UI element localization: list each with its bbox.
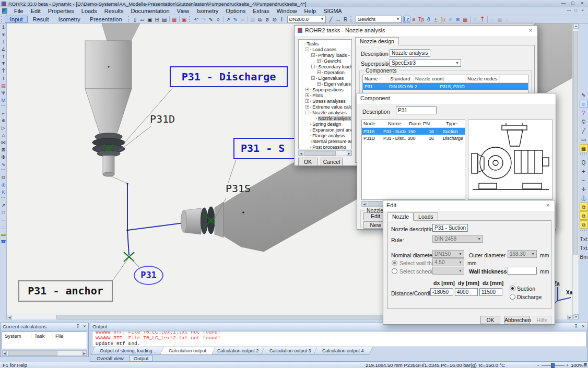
- tree-item[interactable]: + ▪ Gewicht: [299, 58, 351, 64]
- select-wall-thickness-radio[interactable]: [392, 260, 397, 266]
- edit-dialog-titlebar[interactable]: Edit ×: [383, 200, 555, 211]
- maximize-button[interactable]: □: [568, 0, 578, 7]
- tree-expander-icon[interactable]: -: [305, 111, 309, 114]
- riser-icon[interactable]: ↗: [0, 201, 7, 209]
- zoom-slider-thumb[interactable]: [551, 363, 555, 368]
- tool-a-icon[interactable]: ⌓: [489, 16, 496, 23]
- copy-view-3-icon[interactable]: ⧉: [580, 220, 588, 229]
- scroll-left-icon[interactable]: ◀: [7, 315, 12, 319]
- copy-view-icon[interactable]: ⧉: [580, 203, 588, 211]
- zoom-out-icon[interactable]: -: [537, 362, 539, 368]
- measure-icon[interactable]: ?: [580, 109, 588, 117]
- suction-radio[interactable]: [510, 286, 515, 291]
- node-p31d-label[interactable]: P31D: [150, 113, 175, 125]
- scroll-right-icon[interactable]: ▶: [347, 151, 351, 156]
- tree-item[interactable]: ▪ Spring design: [299, 121, 351, 127]
- scrollbar-thumb[interactable]: [573, 31, 578, 255]
- tree-expander-icon[interactable]: +: [305, 99, 309, 103]
- wall-thickness-input[interactable]: [508, 267, 537, 275]
- box-element-icon[interactable]: □: [0, 209, 7, 216]
- component-p31-label[interactable]: P31: [134, 266, 163, 285]
- menu-item[interactable]: Properties: [44, 7, 78, 15]
- spring-hanger-icon[interactable]: ▤: [0, 82, 7, 89]
- annotate-icon[interactable]: ✎: [580, 91, 588, 99]
- draw-line-icon[interactable]: ╱: [580, 126, 588, 135]
- superposition-combo[interactable]: SpecExtr3▾: [390, 59, 461, 67]
- doc-tab[interactable]: Overall view: [92, 355, 128, 362]
- tee-3-icon[interactable]: Ť: [0, 67, 7, 75]
- copy-view-2-icon[interactable]: ⧉: [580, 211, 588, 220]
- mdi-restore-button[interactable]: □: [572, 7, 579, 14]
- menu-item[interactable]: File: [10, 7, 27, 15]
- scroll-right-icon[interactable]: ▶: [567, 315, 572, 319]
- mdi-close-button[interactable]: ×: [579, 7, 586, 14]
- find-icon[interactable]: ∞: [239, 16, 246, 23]
- output-tab[interactable]: Calculation output 3: [261, 347, 320, 355]
- tee-1-icon[interactable]: T: [0, 53, 7, 60]
- column-header[interactable]: PN: [421, 120, 444, 127]
- mode-tab[interactable]: Input: [5, 16, 28, 23]
- close-icon[interactable]: ×: [580, 324, 586, 330]
- tree-expander-icon[interactable]: +: [317, 82, 321, 86]
- doc-tab[interactable]: Output: [130, 355, 153, 362]
- nozzle-row[interactable]: P31SP31 - Suction15016Suction: [362, 128, 465, 135]
- double-arrow-icon[interactable]: ↔: [335, 16, 342, 23]
- ok-button[interactable]: OK: [298, 158, 317, 166]
- mode-tab[interactable]: Result: [28, 16, 53, 23]
- output-console[interactable]: WWWWW RTF: File T0_LC_text1.txt not foun…: [92, 331, 586, 347]
- tab-nozzle-design[interactable]: Nozzle design: [355, 37, 399, 45]
- dz-input[interactable]: 11500: [479, 288, 502, 296]
- export-txt-icon[interactable]: Txt: [580, 234, 588, 243]
- plate-icon[interactable]: ▭: [0, 223, 7, 231]
- edit-dialog-tab[interactable]: Loads: [414, 212, 438, 221]
- list-icon[interactable]: ≣: [583, 362, 587, 368]
- toolbar-handle[interactable]: [128, 16, 131, 22]
- grid-red-icon[interactable]: ▦: [462, 16, 469, 23]
- scroll-left-icon[interactable]: ◀: [2, 351, 7, 355]
- tee-2-icon[interactable]: Ŧ: [0, 60, 7, 67]
- mode-tab[interactable]: Isometry: [54, 16, 85, 23]
- menu-item[interactable]: View: [173, 7, 193, 15]
- handset-icon[interactable]: ☎: [0, 238, 7, 245]
- k-factor-icon[interactable]: K: [0, 188, 7, 196]
- zoom-in-icon[interactable]: +: [580, 167, 588, 175]
- run-icon[interactable]: R: [342, 16, 349, 23]
- tree-item[interactable]: + ▪ Eigen values1: [299, 81, 351, 87]
- tool-b-icon[interactable]: ▦: [496, 16, 503, 23]
- minimize-button[interactable]: —: [559, 0, 568, 7]
- eraser-icon[interactable]: ◊: [215, 16, 222, 23]
- snowflake-icon[interactable]: ❄: [454, 16, 462, 23]
- title-bar[interactable]: ROHR2 33.0 beta - Dynamic - [D:\Demo-Sys…: [0, 0, 588, 7]
- tree-item[interactable]: + ▪ Operation: [299, 69, 351, 75]
- description-input[interactable]: Nozzle analysis: [390, 49, 430, 57]
- print-icon[interactable]: ⊟: [154, 16, 161, 23]
- close-button[interactable]: ×: [578, 0, 587, 7]
- save-red-icon[interactable]: ▣: [181, 16, 188, 23]
- export-bmp-icon[interactable]: Bmp: [580, 252, 588, 260]
- tee-4-icon[interactable]: Ṫ: [0, 75, 7, 82]
- column-header[interactable]: Name: [363, 75, 389, 82]
- open-file-icon[interactable]: ▱: [139, 16, 146, 23]
- component-description-input[interactable]: P31: [396, 106, 437, 114]
- theta-icon[interactable]: ϑ: [425, 16, 432, 23]
- calculations-panel-header[interactable]: Current calculations ↧ ×: [1, 323, 88, 330]
- undo-icon[interactable]: ↶: [193, 16, 200, 23]
- tree-expander-icon[interactable]: -: [311, 53, 315, 57]
- tree-item[interactable]: + ▪ Extreme value calculations: [299, 104, 351, 110]
- scrollbar-thumb[interactable]: [304, 151, 336, 156]
- tree-item[interactable]: + ▪ Superpositions: [299, 87, 351, 92]
- scroll-left-icon[interactable]: ◀: [362, 201, 367, 206]
- scroll-down-icon[interactable]: ▼: [573, 314, 579, 319]
- discharge-radio[interactable]: [510, 294, 515, 300]
- column-header[interactable]: Node: [362, 120, 386, 127]
- anchor-view-icon[interactable]: ⚓: [580, 194, 588, 202]
- weld-icon[interactable]: ▬: [0, 231, 7, 238]
- wheel-icon[interactable]: ◎: [0, 181, 7, 188]
- cap-icon[interactable]: ⌢: [0, 216, 7, 223]
- menu-item[interactable]: Help: [301, 7, 320, 15]
- anchor-label[interactable]: P31 - anchor: [18, 280, 113, 302]
- output-tab[interactable]: Output of storing, loading ...: [91, 347, 167, 355]
- tree-expander-icon[interactable]: -: [305, 48, 309, 51]
- menu-item[interactable]: Results: [101, 7, 127, 15]
- tree-item[interactable]: + ▪ Stress analyses: [299, 98, 351, 104]
